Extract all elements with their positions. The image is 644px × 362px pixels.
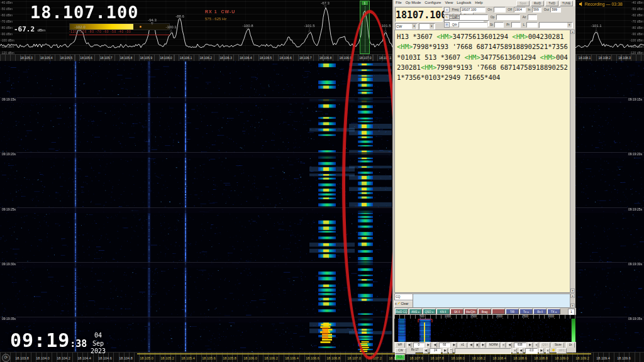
- chevron-down-icon: ▼: [567, 23, 572, 28]
- skip-right-icon[interactable]: »: [546, 348, 550, 354]
- state-combo[interactable]: ▼: [539, 22, 573, 28]
- audio-icon[interactable]: ◖: [444, 7, 450, 13]
- in-label: In: [528, 7, 530, 13]
- rx-text-panel[interactable]: H13 *3607 <HM>34775613601294 <HM>0042302…: [394, 30, 572, 293]
- frequency-tick-label: 18.106.1: [180, 56, 192, 60]
- menu-logbook[interactable]: Logbook: [455, 0, 473, 4]
- scroll-down-icon[interactable]: ▼: [570, 288, 575, 293]
- txid-button[interactable]: TxID: [545, 1, 558, 6]
- frequency-tick-label: 18.104.0: [36, 356, 49, 360]
- st-field[interactable]: [494, 22, 504, 28]
- waterfall-control-bar: WF ◀ 0 ▶ ◀ 60 ▶ x1 ◀ ▮ ▶ NORM « ◀ 608 ▶ …: [394, 342, 576, 348]
- fldigi-frequency-display[interactable]: 18107.100: [395, 7, 443, 22]
- afc-button[interactable]: AFC: [557, 348, 567, 354]
- loc-field[interactable]: [526, 22, 538, 28]
- bandwidth-select[interactable]: ▼: [419, 23, 435, 30]
- menu-help[interactable]: Help: [473, 0, 484, 4]
- peak-label: -100.8▽: [242, 24, 253, 30]
- audio-tick-label: 2000: [496, 315, 503, 318]
- macro-button-qso-[interactable]: QSO »: [423, 309, 436, 314]
- rx-mode-label: RX 1 CW-U: [205, 9, 235, 14]
- scroll-up-icon[interactable]: ▲: [570, 30, 575, 34]
- frequency-tick-label: 18.105.6: [80, 56, 92, 60]
- db-label: -90 dBm: [631, 32, 643, 36]
- tx-scrollbar[interactable]: ▲ ▼: [570, 293, 575, 308]
- db-label: -80 dBm: [631, 26, 643, 30]
- fldigi-waterfall-image: [394, 319, 572, 342]
- status-mode-button[interactable]: CW: [395, 348, 406, 354]
- frequency-tick-label: 18.108.0: [451, 356, 464, 360]
- menu-op-mode[interactable]: Op Mode: [404, 0, 423, 4]
- peak-hold-dot: [140, 26, 142, 28]
- sdr-app-screen: -40 dBm-50 dBm-60 dBm-70 dBm-80 dBm-90 d…: [0, 0, 644, 362]
- call-field[interactable]: [459, 14, 488, 20]
- frequency-tick-label: 18.104.4: [77, 356, 91, 360]
- macro-button-tx-[interactable]: Tx »: [519, 309, 533, 314]
- macro-button-sk-[interactable]: SK ‖: [450, 309, 464, 314]
- cq-field[interactable]: CQ: [394, 293, 414, 300]
- db-label: -50 dBm: [1, 7, 13, 11]
- macro-button-blank[interactable]: [492, 309, 505, 314]
- frequency-tick-label: 18.105.6: [202, 356, 215, 360]
- hm-tag: <HM>: [436, 33, 452, 40]
- frequency-tick-label: 18.106.8: [319, 56, 331, 60]
- clipboard-icon[interactable]: ⎘: [444, 22, 450, 28]
- macro-button-kn-[interactable]: KN ‖: [436, 309, 450, 314]
- macro-button-tx-[interactable]: TX »: [547, 309, 560, 314]
- mode-select[interactable]: CW▼: [395, 23, 418, 30]
- db-label: -80 dBm: [1, 26, 13, 30]
- pr-field[interactable]: [511, 22, 521, 28]
- pencil-icon[interactable]: ✎: [444, 14, 450, 20]
- op-field[interactable]: [496, 14, 520, 20]
- qth-label: Qth: [452, 22, 457, 28]
- key-icon: [552, 349, 555, 351]
- reset-icon[interactable]: ⟳: [2, 354, 10, 362]
- tune-button[interactable]: TUNE: [560, 1, 573, 6]
- macro-button-t-r[interactable]: T/R: [506, 309, 519, 314]
- squelch-level-bar[interactable]: [571, 319, 575, 342]
- az-field[interactable]: [528, 14, 537, 20]
- menu-view[interactable]: View: [443, 0, 455, 4]
- frequency-tick-label: 18.106.9: [339, 56, 351, 60]
- op-label: Op: [491, 14, 495, 20]
- on-field[interactable]: [494, 7, 506, 13]
- clear-button[interactable]: xClear: [394, 300, 413, 308]
- freq-field[interactable]: 18107.100: [460, 7, 486, 13]
- macro-button-brag[interactable]: Brag: [478, 309, 491, 314]
- fldigi-window: FileOp ModeConfigureViewLogbookHelp Spot…: [392, 0, 575, 353]
- frequency-tick-label: 18.105.8: [223, 356, 236, 360]
- skip-left-icon[interactable]: «: [513, 348, 517, 354]
- chevron-down-icon: ▼: [412, 24, 416, 29]
- menu-configure[interactable]: Configure: [423, 0, 443, 4]
- arrow-right-icon[interactable]: ▶: [539, 348, 543, 354]
- frequency-tick-label: 18.106.8: [326, 356, 340, 360]
- hm-tag: <HM>: [464, 53, 480, 61]
- scroll-down-icon[interactable]: ▼: [570, 304, 575, 308]
- arrow-left-icon[interactable]: ◀: [423, 348, 428, 354]
- macro-button-rx-[interactable]: Rx ‖: [533, 309, 547, 314]
- off-field[interactable]: 1904: [514, 7, 526, 13]
- out-field[interactable]: 599: [550, 7, 561, 13]
- waterfall-timestamp: 09:19:20s: [627, 152, 643, 156]
- in-field[interactable]: 599: [532, 7, 541, 13]
- peak-label: -100.1▽: [165, 25, 176, 33]
- macro-button-me-qth[interactable]: Me/Qth: [464, 309, 477, 314]
- wpm-value[interactable]: 24: [430, 348, 441, 354]
- rxid-button[interactable]: RxID: [531, 1, 544, 6]
- offset-value[interactable]: -3.0: [525, 348, 538, 354]
- macro-button-ans-[interactable]: ANS »: [409, 309, 422, 314]
- qth-field[interactable]: [458, 22, 487, 28]
- arrow-left-icon[interactable]: ◀: [519, 348, 523, 354]
- frequency-tick-label: 18.106.2: [264, 356, 277, 360]
- macro-button-rsid-cq[interactable]: RsID CQ: [395, 309, 408, 314]
- scroll-up-icon[interactable]: ▲: [570, 293, 575, 298]
- tx-text-panel[interactable]: [413, 293, 572, 308]
- menu-file[interactable]: File: [394, 0, 404, 4]
- spot-button[interactable]: Spot: [516, 1, 530, 6]
- arrow-right-icon[interactable]: ▶: [443, 348, 447, 354]
- fldigi-waterfall[interactable]: [394, 319, 576, 342]
- default-wpm-button[interactable]: *: [449, 348, 453, 354]
- rx-scrollbar[interactable]: ▲ ▼: [570, 30, 575, 293]
- frequency-tick-label: 18.107.0: [347, 356, 360, 360]
- sql-button[interactable]: SQL: [395, 354, 405, 360]
